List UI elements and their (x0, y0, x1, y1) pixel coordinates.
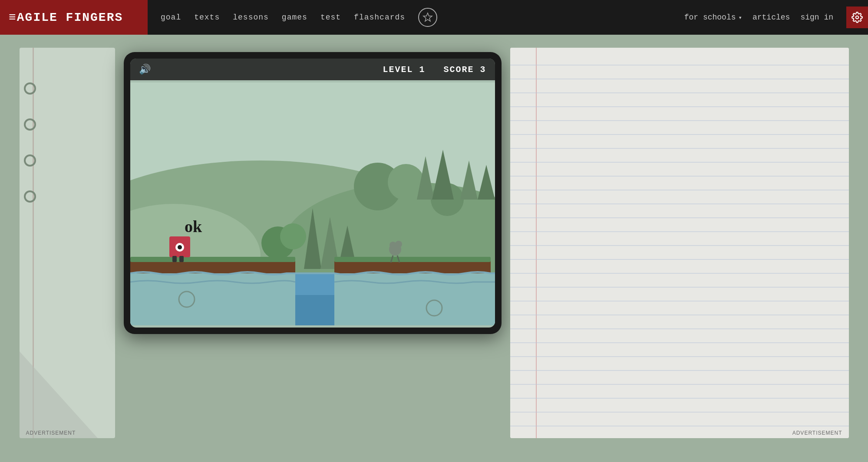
star-badge-icon[interactable] (418, 8, 437, 27)
right-sidebar-ad: ADVERTISEMENT (510, 48, 849, 438)
svg-rect-19 (130, 257, 295, 262)
game-container: 🔊 LEVEL 1 SCORE 3 (124, 52, 502, 334)
score-value: 3 (480, 65, 486, 75)
game-stats: LEVEL 1 SCORE 3 (383, 65, 486, 75)
articles-link[interactable]: articles (752, 13, 790, 22)
svg-rect-25 (295, 295, 334, 325)
left-sidebar-ad: ADVERTISEMENT (20, 48, 115, 438)
nav-flashcards[interactable]: flashcards (354, 13, 405, 22)
nav-texts[interactable]: texts (194, 13, 220, 22)
game-screen[interactable]: 🔊 LEVEL 1 SCORE 3 (130, 59, 495, 328)
svg-marker-10 (432, 150, 454, 200)
svg-marker-9 (417, 156, 434, 200)
svg-rect-29 (172, 256, 177, 262)
svg-rect-30 (179, 256, 184, 262)
nav-test[interactable]: test (320, 13, 341, 22)
sign-in-link[interactable]: sign in (800, 13, 833, 22)
svg-point-28 (178, 245, 182, 249)
game-hud: 🔊 LEVEL 1 SCORE 3 (130, 59, 495, 80)
spiral-ring-1 (24, 82, 36, 95)
score-label: SCORE (443, 65, 474, 75)
svg-line-35 (391, 256, 393, 262)
svg-marker-16 (320, 217, 340, 269)
main-nav: goal texts lessons games test flashcards (148, 8, 671, 27)
svg-point-27 (175, 243, 184, 252)
svg-point-5 (130, 204, 261, 308)
ad-label-right: ADVERTISEMENT (792, 430, 842, 436)
spiral-ring-3 (24, 154, 36, 167)
svg-rect-18 (130, 260, 295, 273)
nav-games[interactable]: games (282, 13, 307, 22)
svg-line-36 (397, 256, 399, 262)
right-nav: for schools ▾ articles sign in (671, 13, 846, 22)
settings-icon[interactable] (846, 7, 868, 28)
spiral-rings (24, 82, 36, 203)
svg-point-3 (130, 161, 456, 317)
ad-label-left: ADVERTISEMENT (26, 430, 76, 436)
level-value: 1 (419, 65, 425, 75)
svg-point-38 (426, 300, 442, 316)
svg-marker-17 (338, 226, 357, 269)
svg-marker-15 (304, 208, 321, 269)
svg-rect-24 (295, 273, 334, 325)
svg-point-14 (280, 223, 306, 249)
svg-text:ok: ok (185, 217, 202, 236)
svg-rect-20 (334, 260, 491, 273)
svg-point-32 (389, 243, 401, 256)
spiral-ring-2 (24, 118, 36, 131)
svg-point-4 (282, 182, 495, 312)
for-schools-link[interactable]: for schools (684, 13, 736, 22)
svg-rect-21 (334, 257, 491, 262)
logo-area: ≡AGILE FINGERS (0, 0, 148, 35)
svg-rect-23 (130, 273, 495, 325)
svg-point-34 (395, 241, 402, 248)
svg-point-7 (388, 164, 424, 200)
svg-rect-2 (130, 82, 495, 325)
sound-icon[interactable]: 🔊 (139, 64, 151, 75)
svg-rect-39 (510, 48, 849, 438)
svg-point-8 (431, 183, 464, 216)
nav-goal[interactable]: goal (161, 13, 181, 22)
dropdown-chevron-icon: ▾ (739, 14, 742, 21)
game-scene: ok (130, 80, 495, 328)
nav-lessons[interactable]: lessons (233, 13, 269, 22)
svg-point-6 (354, 163, 402, 210)
spiral-ring-4 (24, 190, 36, 203)
svg-point-1 (856, 16, 859, 19)
header: ≡AGILE FINGERS goal texts lessons games … (0, 0, 868, 35)
svg-point-37 (179, 292, 195, 307)
svg-marker-0 (423, 13, 432, 21)
svg-point-33 (389, 242, 396, 249)
svg-rect-26 (169, 236, 190, 257)
logo-text: ≡AGILE FINGERS (9, 11, 123, 24)
notebook-triangle (20, 351, 98, 438)
level-label: LEVEL (383, 65, 413, 75)
svg-point-13 (261, 226, 294, 259)
svg-rect-22 (486, 282, 495, 295)
main-content: ADVERTISEMENT 🔊 LEVEL 1 SCORE 3 (0, 35, 868, 462)
svg-marker-12 (478, 165, 495, 200)
svg-marker-11 (460, 161, 478, 200)
for-schools-button[interactable]: for schools ▾ (684, 13, 742, 22)
